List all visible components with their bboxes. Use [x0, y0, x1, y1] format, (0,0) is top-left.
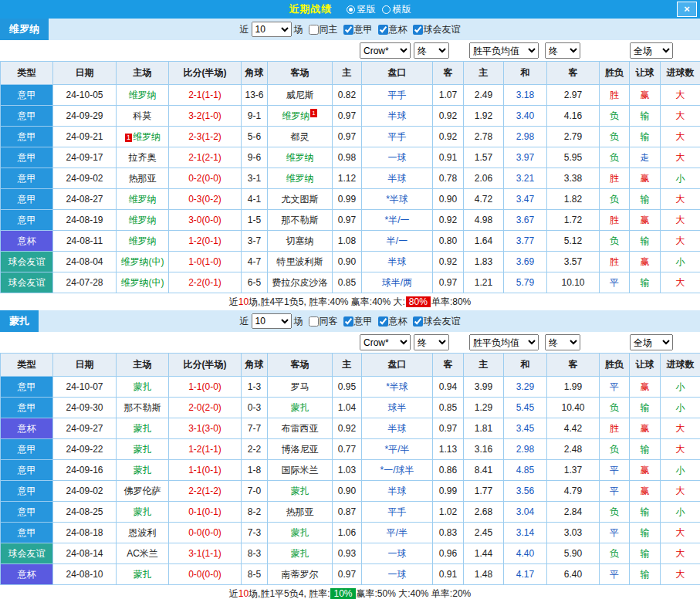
away-team: 维罗纳1 [268, 106, 333, 127]
home-team: 恩波利 [117, 523, 169, 543]
scope-select[interactable]: 全场 [630, 334, 673, 350]
euro-away-odds: 2.84 [547, 502, 600, 523]
match-type-badge: 意甲 [1, 147, 53, 168]
match-date: 24-08-04 [53, 252, 117, 272]
bookmaker-select[interactable]: Crow* [360, 42, 411, 59]
filter-same-venue[interactable]: 同客 [309, 315, 338, 328]
goals-over-under: 大 [661, 210, 700, 231]
goals-over-under: 大 [661, 523, 700, 543]
home-team: 维罗纳(中) [117, 252, 169, 272]
match-result: 负 [600, 502, 630, 523]
match-type-badge: 意甲 [1, 439, 53, 460]
results-table: 类型日期主场比分(半场)角球客场主盘口客主和客胜负让球进球数 意甲24-10-0… [0, 353, 700, 585]
euro-metric-select[interactable]: 胜平负均值 [469, 334, 539, 350]
horizontal-layout-radio[interactable] [382, 5, 391, 14]
column-header: 胜负 [600, 354, 630, 377]
close-button[interactable]: × [677, 2, 697, 17]
asia-home-odds: 0.85 [333, 272, 362, 293]
asia-away-odds: 0.90 [433, 189, 464, 210]
filter-label[interactable]: 意甲 [354, 315, 373, 328]
match-type-badge: 意甲 [1, 460, 53, 481]
column-header: 主 [464, 354, 504, 377]
asia-away-odds: 1.02 [433, 502, 464, 523]
club-friendly-checkbox[interactable] [413, 25, 423, 35]
column-header: 主 [333, 62, 362, 85]
asia-home-odds: 0.95 [333, 377, 362, 398]
filter-label[interactable]: 球会友谊 [424, 315, 461, 328]
filter-club-friendly[interactable]: 球会友谊 [413, 315, 461, 328]
handicap-line: 平手 [362, 85, 433, 106]
recent-count-select[interactable]: 10 [252, 22, 292, 37]
score: 3-0(0-0) [169, 210, 242, 231]
filter-label[interactable]: 意杯 [389, 23, 407, 36]
filter-label[interactable]: 球会友谊 [424, 23, 461, 36]
filter-label[interactable]: 同主 [320, 23, 338, 36]
bookmaker-select[interactable]: Crow* [360, 334, 411, 350]
club-friendly-checkbox[interactable] [413, 316, 423, 327]
near-label: 近 [240, 23, 249, 36]
serie-a-checkbox[interactable] [343, 316, 353, 327]
filter-coppa-italia[interactable]: 意杯 [378, 23, 407, 36]
euro-metric-select[interactable]: 胜平负均值 [469, 42, 539, 59]
asia-stage-select[interactable]: 终 [414, 334, 449, 350]
match-date: 24-09-02 [53, 481, 117, 502]
asia-away-odds: 0.97 [433, 418, 464, 439]
asia-away-odds: 0.97 [433, 272, 464, 293]
match-date: 24-09-27 [53, 418, 117, 439]
goals-over-under: 大 [661, 231, 700, 252]
filter-club-friendly[interactable]: 球会友谊 [413, 23, 461, 36]
filter-serie-a[interactable]: 意甲 [343, 23, 373, 36]
corners: 1-3 [242, 377, 268, 398]
handicap-result: 赢 [630, 377, 661, 398]
euro-stage-select[interactable]: 终 [545, 42, 580, 59]
filter-label[interactable]: 同客 [320, 315, 338, 328]
filter-coppa-italia[interactable]: 意杯 [378, 315, 407, 328]
match-result: 平 [600, 460, 630, 481]
asia-stage-select[interactable]: 终 [414, 42, 449, 59]
home-team: 蒙扎 [117, 377, 169, 398]
handicap-line: *一/球半 [362, 460, 433, 481]
filter-serie-a[interactable]: 意甲 [343, 315, 373, 328]
recent-count-select[interactable]: 10 [252, 313, 292, 329]
scope-select[interactable]: 全场 [630, 42, 673, 59]
handicap-line: 球半/两 [362, 272, 433, 293]
same-venue-checkbox[interactable] [309, 316, 319, 327]
coppa-italia-checkbox[interactable] [378, 25, 388, 35]
match-result: 负 [600, 127, 630, 147]
handicap-line: 一球 [362, 543, 433, 564]
vertical-layout-label[interactable]: 竖版 [357, 3, 376, 16]
red-card-badge: 1 [125, 134, 132, 142]
match-date: 24-09-29 [53, 106, 117, 127]
asia-home-odds: 0.97 [333, 564, 362, 585]
euro-home-odds: 2.45 [464, 523, 504, 543]
serie-a-checkbox[interactable] [343, 25, 353, 35]
euro-stage-select[interactable]: 终 [545, 334, 580, 350]
asia-away-odds: 0.80 [433, 231, 464, 252]
horizontal-layout-label[interactable]: 横版 [393, 3, 411, 16]
column-header: 比分(半场) [169, 62, 242, 85]
column-header: 主场 [117, 354, 169, 377]
corners: 2-2 [242, 439, 268, 460]
asia-away-odds: 0.83 [433, 523, 464, 543]
team-name-label: 蒙扎 [0, 310, 39, 332]
match-type-badge: 球会友谊 [1, 252, 53, 272]
filter-same-venue[interactable]: 同主 [309, 23, 338, 36]
match-date: 24-08-25 [53, 502, 117, 523]
filter-label[interactable]: 意杯 [389, 315, 407, 328]
home-team: 维罗纳 [117, 85, 169, 106]
vertical-layout-radio[interactable] [347, 5, 355, 14]
asia-home-odds: 1.06 [333, 523, 362, 543]
handicap-result: 输 [630, 106, 661, 127]
same-venue-checkbox[interactable] [309, 25, 319, 35]
home-team: 蒙扎 [117, 502, 169, 523]
away-team: 都灵 [268, 127, 333, 147]
filter-label[interactable]: 意甲 [354, 23, 373, 36]
euro-draw-odds: 4.17 [504, 564, 547, 585]
coppa-italia-checkbox[interactable] [378, 316, 388, 327]
column-header: 主 [464, 62, 504, 85]
match-row: 意甲24-09-29科莫3-2(1-0)9-1维罗纳10.97半球0.921.9… [1, 106, 700, 127]
match-result: 平 [600, 377, 630, 398]
filter-controls-row: 维罗纳 近 10 场 同主 意甲 意杯 [0, 19, 700, 40]
goals-over-under: 小 [661, 252, 700, 272]
handicap-line: 一球 [362, 564, 433, 585]
